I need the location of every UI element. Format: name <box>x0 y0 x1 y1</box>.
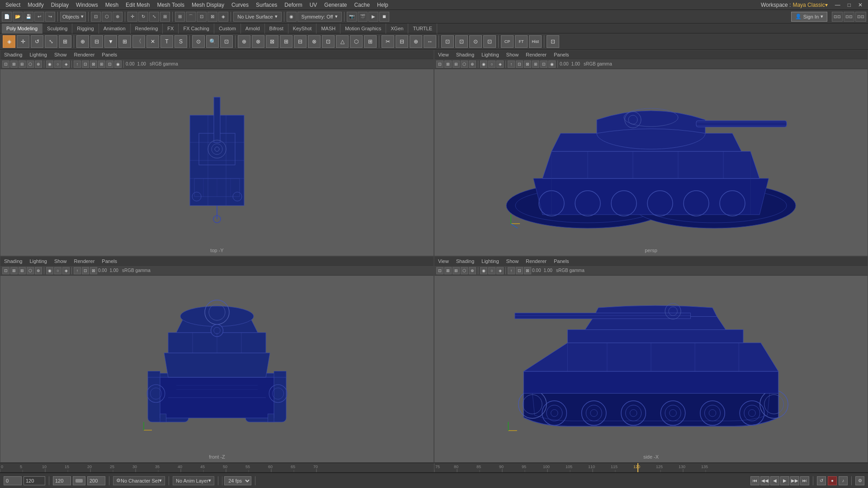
auto-key-btn[interactable]: ● <box>828 476 837 485</box>
fill-hole-btn[interactable]: ⊡ <box>322 35 335 48</box>
vp-side-lighting[interactable]: Lighting <box>480 258 501 264</box>
redo-btn[interactable]: ↪ <box>45 12 55 22</box>
tab-mash[interactable]: MASH <box>316 23 340 33</box>
collapse-btn[interactable]: ▼ <box>104 35 117 48</box>
select-tool-btn[interactable]: ◈ <box>3 35 15 48</box>
tab-keyshot[interactable]: KeyShot <box>288 23 317 33</box>
chamfer-btn[interactable]: ⊡ <box>483 35 496 48</box>
tab-sculpting[interactable]: Sculpting <box>42 23 72 33</box>
symmetry-btn[interactable]: Symmetry: Off ▾ <box>297 12 342 22</box>
go-start-btn[interactable]: ⏮ <box>750 476 760 485</box>
tab-xgen[interactable]: XGen <box>386 23 408 33</box>
vp-front-btn2[interactable]: ⊠ <box>10 267 18 274</box>
vp-side-btn4[interactable]: ⬡ <box>461 267 468 274</box>
menu-mesh-display[interactable]: Mesh Display <box>188 1 228 9</box>
frame-start-input[interactable] <box>4 476 22 485</box>
vp-persp-btn3[interactable]: ⊞ <box>453 61 460 68</box>
vp-top-btn3[interactable]: ⊞ <box>19 61 26 68</box>
objects-dropdown[interactable]: Objects ▾ <box>60 12 86 22</box>
menu-uv[interactable]: UV <box>306 1 321 9</box>
screen-btn3[interactable]: ⊡⊡ <box>855 12 866 22</box>
vp-side-btn3[interactable]: ⊞ <box>453 267 460 274</box>
vp-top-btn4[interactable]: ⬡ <box>27 61 34 68</box>
menu-generate[interactable]: Generate <box>321 1 350 9</box>
viewport-side-content[interactable] <box>434 276 868 462</box>
undo-btn[interactable]: ↩ <box>34 12 44 22</box>
menu-display[interactable]: Display <box>47 1 72 9</box>
sign-in-btn[interactable]: 👤 Sign In ▾ <box>791 12 827 22</box>
vp-persp-shading[interactable]: Shading <box>454 52 476 57</box>
vp-persp-btn8[interactable]: ◈ <box>496 61 504 68</box>
timeline-settings-btn[interactable]: ⚙ <box>855 476 864 485</box>
vp-front-renderer[interactable]: Renderer <box>72 258 96 264</box>
vp-side-btn7[interactable]: ○ <box>488 267 495 274</box>
play-fwd-btn[interactable]: ▶ <box>780 476 789 485</box>
timeline-left[interactable]: 0 5 10 15 20 25 30 35 40 45 50 55 60 <box>0 463 434 473</box>
menu-cache[interactable]: Cache <box>350 1 373 9</box>
vp-side-renderer[interactable]: Renderer <box>524 258 548 264</box>
text-tool-btn[interactable]: T <box>160 35 173 48</box>
measure-btn[interactable]: ⊙ <box>192 35 205 48</box>
vp-top-btn1[interactable]: ⊡ <box>2 61 9 68</box>
svg-tool-btn[interactable]: S <box>175 35 187 48</box>
vp-top-btn11[interactable]: ⊠ <box>90 61 97 68</box>
connect-edge-btn[interactable]: ⊟ <box>396 35 408 48</box>
separate-btn[interactable]: ⊗ <box>252 35 264 48</box>
vp-top-btn6[interactable]: ◉ <box>46 61 53 68</box>
target-weld-btn[interactable]: ⊕ <box>410 35 422 48</box>
vp-side-btn5[interactable]: ⊕ <box>469 267 476 274</box>
snap-surface-btn[interactable]: ◈ <box>218 12 228 22</box>
viewport-persp-content[interactable] <box>434 69 868 256</box>
vp-persp-btn13[interactable]: ⊡ <box>540 61 547 68</box>
extract-btn[interactable]: ⊠ <box>266 35 278 48</box>
select-mode-btn[interactable]: ⊡ <box>91 12 101 22</box>
remesh-btn[interactable]: ⬡ <box>350 35 363 48</box>
vp-persp-renderer[interactable]: Renderer <box>524 52 548 57</box>
menu-select[interactable]: Select <box>2 1 24 9</box>
step-fwd-btn[interactable]: ▶▶ <box>790 476 799 485</box>
tab-rendering[interactable]: Rendering <box>131 23 163 33</box>
live-surface-btn[interactable]: No Live Surface ▾ <box>233 12 281 22</box>
boolean-union-btn[interactable]: ⊞ <box>280 35 292 48</box>
menu-modify[interactable]: Modify <box>24 1 47 9</box>
boolean-diff-btn[interactable]: ⊟ <box>294 35 307 48</box>
workspace-value[interactable]: Maya Classic▾ <box>793 2 831 8</box>
vp-persp-btn10[interactable]: ⊡ <box>516 61 523 68</box>
soft-select-btn[interactable]: ◉ <box>287 12 297 22</box>
open-file-btn[interactable]: 📂 <box>13 12 23 22</box>
character-set-dropdown[interactable]: ⚙ No Character Set ▾ <box>113 476 165 485</box>
tab-rigging[interactable]: Rigging <box>72 23 99 33</box>
vp-persp-view[interactable]: View <box>436 52 451 57</box>
scale-tool[interactable]: ⤡ <box>45 35 57 48</box>
play-back-btn[interactable]: ◀ <box>770 476 779 485</box>
menu-windows[interactable]: Windows <box>72 1 102 9</box>
vp-front-btn11[interactable]: ⊠ <box>90 267 97 274</box>
menu-mesh[interactable]: Mesh <box>102 1 122 9</box>
vp-side-btn8[interactable]: ◈ <box>496 267 504 274</box>
vp-persp-btn6[interactable]: ◉ <box>480 61 487 68</box>
vp-persp-btn11[interactable]: ⊠ <box>524 61 531 68</box>
vp-top-renderer[interactable]: Renderer <box>72 52 96 57</box>
vp-front-btn4[interactable]: ⬡ <box>27 267 34 274</box>
menu-edit-mesh[interactable]: Edit Mesh <box>122 1 153 9</box>
vp-top-btn14[interactable]: ◉ <box>114 61 122 68</box>
paint-select-btn[interactable]: ⊕ <box>113 12 123 22</box>
audio-btn[interactable]: ♪ <box>839 476 848 485</box>
window-close[interactable]: ✕ <box>854 1 866 9</box>
step-back-btn[interactable]: ◀◀ <box>760 476 769 485</box>
vp-side-btn6[interactable]: ◉ <box>480 267 487 274</box>
window-maximize[interactable]: □ <box>844 1 854 9</box>
vp-persp-btn14[interactable]: ◉ <box>548 61 556 68</box>
vp-persp-panels[interactable]: Panels <box>552 52 571 57</box>
vp-front-btn8[interactable]: ◈ <box>62 267 70 274</box>
render-btn[interactable]: 🎬 <box>358 12 368 22</box>
vp-side-view[interactable]: View <box>436 258 451 264</box>
extrude-btn[interactable]: ⊡ <box>441 35 454 48</box>
go-end-btn[interactable]: ⏭ <box>800 476 809 485</box>
frame-current-input[interactable] <box>24 476 45 485</box>
snap-view-btn[interactable]: ⊠ <box>208 12 217 22</box>
vp-persp-show[interactable]: Show <box>505 52 521 57</box>
timeline-right[interactable]: 75 80 85 90 95 100 105 110 115 120 125 1… <box>434 463 868 473</box>
vp-side-btn1[interactable]: ⊡ <box>436 267 443 274</box>
vp-front-lighting[interactable]: Lighting <box>28 258 49 264</box>
